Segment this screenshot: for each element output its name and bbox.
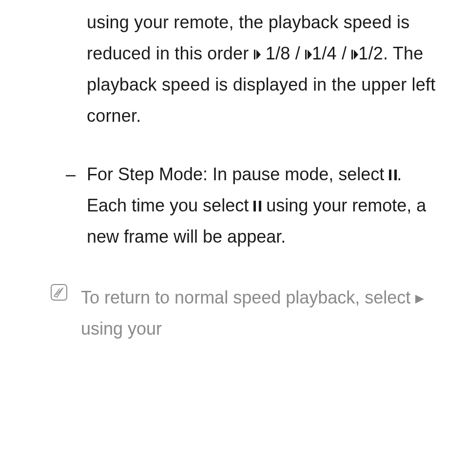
pause-icon [253, 190, 261, 221]
pause-icon [389, 159, 397, 190]
svg-marker-3 [308, 50, 312, 59]
bullet-dash: – [66, 159, 87, 252]
slow-forward-icon [305, 38, 312, 69]
svg-marker-1 [256, 50, 261, 59]
note-text: To return to normal speed playback, sele… [81, 282, 441, 344]
slow-forward-icon [351, 38, 358, 69]
document-page: using your remote, the playback speed is… [0, 0, 465, 344]
svg-rect-0 [254, 50, 255, 59]
note-block: To return to normal speed playback, sele… [0, 282, 465, 344]
svg-rect-4 [351, 50, 353, 59]
text-segment: 1/4 / [312, 43, 351, 63]
text-segment: 1/2. [358, 43, 392, 63]
svg-rect-9 [259, 201, 261, 211]
paragraph-step-mode: – For Step Mode: In pause mode, select .… [0, 159, 465, 252]
svg-marker-11 [415, 295, 424, 304]
text-segment: To return to normal speed playback, sele… [81, 287, 415, 307]
note-icon [51, 282, 81, 344]
svg-rect-2 [305, 50, 307, 59]
text-segment: 1/8 / [266, 43, 305, 63]
slow-forward-icon [254, 38, 261, 69]
svg-rect-6 [389, 170, 391, 180]
text-segment: For Step Mode: In pause mode, select [87, 164, 389, 184]
svg-rect-8 [253, 201, 256, 211]
svg-rect-7 [394, 170, 397, 180]
play-icon [415, 282, 424, 313]
paragraph-body: For Step Mode: In pause mode, select . E… [87, 159, 441, 252]
text-segment: using your [81, 319, 162, 339]
paragraph-slow-mode: using your remote, the playback speed is… [0, 0, 465, 132]
svg-marker-5 [354, 50, 358, 59]
